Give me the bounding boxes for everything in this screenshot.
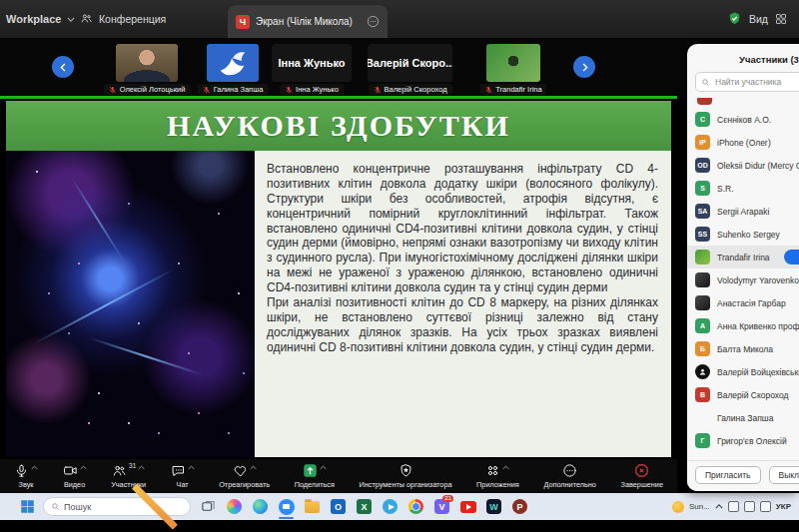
mute-all-button[interactable]: Выключить звук д bbox=[769, 466, 799, 484]
chevron-up-icon[interactable] bbox=[502, 463, 509, 470]
mic-muted-icon bbox=[373, 86, 381, 94]
slide-paragraph-1: Встановлено концентричне розташування ін… bbox=[267, 162, 658, 295]
tray-icon[interactable] bbox=[728, 501, 739, 512]
filmstrip-prev-button[interactable] bbox=[52, 56, 74, 78]
keyboard-language-label[interactable]: УКР bbox=[776, 502, 791, 511]
tray-icon[interactable] bbox=[760, 501, 771, 512]
taskbar-edge-icon[interactable] bbox=[251, 493, 270, 520]
app-menu[interactable]: Workplace bbox=[6, 13, 75, 25]
slide-neuron-image bbox=[6, 101, 255, 457]
ellipsis-circle-icon[interactable] bbox=[367, 15, 380, 28]
participant-row[interactable]: Валерій Войцехівський bbox=[687, 360, 799, 383]
participant-search-box[interactable] bbox=[695, 72, 799, 92]
participant-row[interactable]: AАнна Кривенко професор ка bbox=[687, 314, 799, 337]
avatar bbox=[695, 295, 710, 310]
mic-muted-icon bbox=[285, 86, 293, 94]
participant-name-label: Галина Запша bbox=[198, 84, 269, 95]
participant-row[interactable]: ГГригор'єв Олексій bbox=[687, 429, 799, 452]
view-button-label[interactable]: Вид bbox=[749, 13, 768, 25]
toolbar-mic-button[interactable]: Звук bbox=[14, 463, 38, 489]
windows-taskbar: Пошук OXV21WP Sun... УКР bbox=[0, 493, 799, 520]
chevron-up-icon[interactable] bbox=[320, 463, 327, 470]
taskbar-youtube-icon[interactable] bbox=[458, 493, 477, 520]
tray-icon[interactable] bbox=[744, 501, 755, 512]
invite-button[interactable]: Пригласить bbox=[695, 466, 761, 484]
participant-row[interactable]: iPiPhone (Олег) bbox=[687, 131, 799, 154]
avatar: SA bbox=[695, 204, 710, 219]
tab-shared-screen[interactable]: Ч Экран (Чілік Микола) bbox=[228, 5, 388, 38]
notification-badge: 21 bbox=[442, 495, 453, 502]
taskbar-chrome-icon[interactable] bbox=[406, 493, 425, 520]
toolbar-share-button[interactable]: Поделиться bbox=[295, 463, 335, 489]
chevron-up-icon[interactable] bbox=[31, 463, 38, 470]
view-grid-icon[interactable] bbox=[775, 13, 787, 25]
apps-icon bbox=[485, 463, 500, 478]
participant-row[interactable]: SS.R. bbox=[687, 177, 799, 200]
video-thumbnail[interactable] bbox=[486, 44, 540, 82]
video-thumbnail[interactable]: Інна Жунько bbox=[272, 44, 352, 82]
screen-tab-title: Экран (Чілік Микола) bbox=[256, 16, 361, 27]
participant-name-label: Олексій Лотоцький bbox=[104, 84, 191, 95]
avatar: SS bbox=[695, 227, 710, 242]
video-thumbnail[interactable] bbox=[116, 44, 178, 82]
toolbar-shield-button[interactable]: Инструменты организатора bbox=[360, 463, 452, 489]
taskbar-ppt-icon[interactable]: P bbox=[510, 493, 529, 520]
participant-row[interactable]: Анастасія Гарбар bbox=[687, 291, 799, 314]
taskbar-taskview-icon[interactable] bbox=[199, 493, 218, 520]
toolbar-end-button[interactable]: Завершение bbox=[621, 463, 663, 489]
search-icon bbox=[701, 78, 710, 87]
people-icon bbox=[80, 12, 93, 25]
participant-name-overlay: Валерій Скоро... bbox=[368, 57, 452, 69]
toolbar-more-button[interactable]: Дополнительно bbox=[543, 463, 596, 489]
person-icon bbox=[695, 364, 710, 379]
participant-name-label: Інна Жунько bbox=[280, 84, 344, 95]
security-shield-icon[interactable] bbox=[727, 11, 742, 26]
participant-row[interactable]: Галина Запша bbox=[687, 406, 799, 429]
participants-header: Участники (31) bbox=[687, 44, 799, 72]
toolbar-camera-button[interactable]: Видео bbox=[63, 463, 87, 489]
taskbar-copilot-icon[interactable] bbox=[225, 493, 244, 520]
tray-chevron-icon[interactable] bbox=[715, 504, 723, 509]
video-thumbnail[interactable] bbox=[207, 44, 259, 82]
participant-row[interactable]: CСєнніков А.О. bbox=[687, 108, 799, 131]
taskbar-viber-icon[interactable]: V21 bbox=[432, 493, 451, 520]
screen-share-border bbox=[0, 96, 677, 99]
taskbar-telegram-icon[interactable] bbox=[381, 493, 400, 520]
participant-search-input[interactable] bbox=[713, 76, 799, 88]
meeting-tab-label: Конференция bbox=[99, 13, 166, 25]
taskbar-excel-icon[interactable]: X bbox=[355, 493, 374, 520]
participant-row[interactable]: Trandafir IrinaПоп bbox=[687, 246, 799, 268]
tab-meeting[interactable]: Конференция bbox=[80, 12, 166, 25]
participant-row[interactable]: SSSuhenko Sergey bbox=[687, 223, 799, 246]
toolbar-chat-button[interactable]: Чат bbox=[171, 463, 195, 489]
participant-row[interactable]: SASergii Arapaki bbox=[687, 200, 799, 223]
ask-unmute-button[interactable]: Поп bbox=[784, 250, 799, 265]
toolbar-people-button[interactable]: 31 Участники bbox=[111, 463, 146, 489]
participant-row[interactable]: ODOleksii Didur (Mercy Corps) bbox=[687, 154, 799, 177]
filmstrip-next-button[interactable] bbox=[573, 56, 595, 78]
chevron-up-icon[interactable] bbox=[138, 463, 145, 470]
taskbar-explorer-icon[interactable] bbox=[303, 493, 322, 520]
taskbar-search-input[interactable]: Пошук bbox=[43, 497, 191, 516]
avatar bbox=[695, 410, 710, 425]
slide-title: НАУКОВІ ЗДОБУТКИ bbox=[167, 109, 510, 143]
participant-row[interactable]: Volodymyr Yarovenko bbox=[687, 268, 799, 291]
participant-row[interactable]: ББалта Микола bbox=[687, 337, 799, 360]
taskbar-wapp-icon[interactable]: W bbox=[484, 493, 503, 520]
taskbar-outlook-icon[interactable]: O bbox=[329, 493, 348, 520]
taskbar-zoom-icon[interactable] bbox=[277, 493, 296, 520]
avatar: Г bbox=[695, 433, 710, 448]
toolbar-apps-button[interactable]: Приложения bbox=[476, 463, 519, 489]
zoom-toolbar: Звук Видео 31 Участники Чат Отреагироват… bbox=[0, 459, 677, 493]
video-thumbnail[interactable]: Валерій Скоро... bbox=[368, 44, 452, 82]
chevron-up-icon[interactable] bbox=[80, 463, 87, 470]
system-tray[interactable]: Sun... УКР bbox=[672, 501, 799, 513]
chevron-left-icon bbox=[60, 63, 67, 72]
toolbar-heart-button[interactable]: Отреагировать bbox=[219, 463, 270, 489]
camera-icon bbox=[63, 463, 78, 478]
avatar: Б bbox=[695, 341, 710, 356]
participant-row[interactable]: ВВалерій Скороход bbox=[687, 383, 799, 406]
chevron-up-icon[interactable] bbox=[250, 463, 257, 470]
windows-start-icon[interactable] bbox=[20, 499, 35, 514]
chevron-up-icon[interactable] bbox=[188, 463, 195, 470]
